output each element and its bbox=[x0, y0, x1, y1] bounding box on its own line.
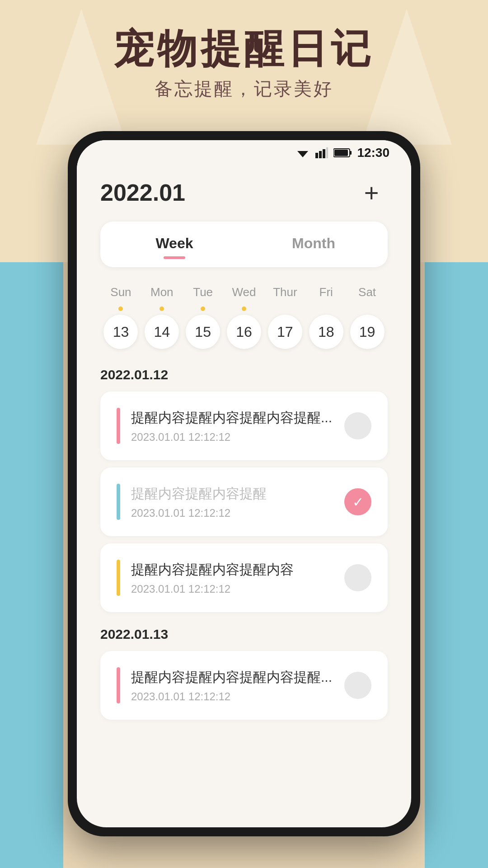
svg-rect-4 bbox=[326, 147, 328, 158]
reminder-bar-4 bbox=[117, 667, 120, 703]
app-title-sub: 备忘提醒，记录美好 bbox=[0, 76, 488, 101]
reminder-title-3: 提醒内容提醒内容提醒内容 bbox=[131, 561, 333, 579]
svg-rect-6 bbox=[350, 151, 352, 155]
day-number-16: 16 bbox=[227, 315, 261, 349]
day-number-13: 13 bbox=[103, 315, 138, 349]
bg-right-panel bbox=[425, 262, 488, 868]
app-content: 2022.01 + Week Month Sun Mon Tue bbox=[77, 165, 411, 720]
svg-marker-0 bbox=[297, 151, 308, 157]
reminder-title-1: 提醒内容提醒内容提醒内容提醒... bbox=[131, 409, 333, 427]
reminder-time-4: 2023.01.01 12:12:12 bbox=[131, 690, 333, 703]
day-number-18: 18 bbox=[309, 315, 343, 349]
status-time: 12:30 bbox=[357, 146, 389, 160]
tab-underline bbox=[164, 256, 185, 259]
wifi-icon bbox=[296, 147, 310, 158]
day-dot-13 bbox=[118, 307, 123, 311]
day-number-19: 19 bbox=[350, 315, 385, 349]
reminder-time-3: 2023.01.01 12:12:12 bbox=[131, 583, 333, 595]
reminder-info-1: 提醒内容提醒内容提醒内容提醒... 2023.01.01 12:12:12 bbox=[131, 409, 333, 443]
section-2022-01-12: 2022.01.12 提醒内容提醒内容提醒内容提醒... 2023.01.01 … bbox=[100, 367, 388, 612]
app-header: 2022.01 + bbox=[100, 165, 388, 222]
day-label-tue: Tue bbox=[183, 285, 224, 299]
section-2022-01-13: 2022.01.13 提醒内容提醒内容提醒内容提醒... 2023.01.01 … bbox=[100, 627, 388, 720]
day-label-wed: Wed bbox=[224, 285, 265, 299]
svg-rect-7 bbox=[334, 150, 348, 156]
app-title-area: 宠物提醒日记 备忘提醒，记录美好 bbox=[0, 27, 488, 101]
check-icon: ✓ bbox=[352, 494, 364, 510]
reminder-card-1[interactable]: 提醒内容提醒内容提醒内容提醒... 2023.01.01 12:12:12 bbox=[100, 392, 388, 460]
tab-month[interactable]: Month bbox=[244, 226, 383, 263]
svg-rect-3 bbox=[323, 149, 325, 158]
reminder-time-1: 2023.01.01 12:12:12 bbox=[131, 431, 333, 443]
phone-screen: 12:30 2022.01 + Week Month bbox=[77, 140, 411, 827]
day-cell-18[interactable]: 18 bbox=[305, 307, 347, 349]
status-bar: 12:30 bbox=[77, 140, 411, 165]
day-cell-14[interactable]: 14 bbox=[141, 307, 183, 349]
reminder-time-2: 2023.01.01 12:12:12 bbox=[131, 507, 333, 519]
reminder-card-4[interactable]: 提醒内容提醒内容提醒内容提醒... 2023.01.01 12:12:12 bbox=[100, 651, 388, 720]
week-days-row: 13 14 15 16 bbox=[100, 307, 388, 349]
tab-bar: Week Month bbox=[100, 222, 388, 267]
svg-rect-1 bbox=[315, 153, 318, 158]
day-dot-14 bbox=[160, 307, 164, 311]
reminder-info-4: 提醒内容提醒内容提醒内容提醒... 2023.01.01 12:12:12 bbox=[131, 668, 333, 703]
day-dot-15 bbox=[201, 307, 205, 311]
day-cell-13[interactable]: 13 bbox=[100, 307, 141, 349]
signal-icon bbox=[315, 147, 328, 158]
day-cell-19[interactable]: 19 bbox=[347, 307, 388, 349]
bg-left-panel bbox=[0, 262, 63, 868]
add-button[interactable]: + bbox=[355, 176, 388, 209]
reminder-title-4: 提醒内容提醒内容提醒内容提醒... bbox=[131, 668, 333, 687]
day-number-15: 15 bbox=[186, 315, 220, 349]
day-label-sun: Sun bbox=[100, 285, 141, 299]
status-icons: 12:30 bbox=[296, 146, 389, 160]
tab-week[interactable]: Week bbox=[105, 226, 244, 263]
reminder-info-2: 提醒内容提醒内容提醒 2023.01.01 12:12:12 bbox=[131, 485, 333, 519]
day-label-mon: Mon bbox=[141, 285, 183, 299]
day-number-14: 14 bbox=[145, 315, 179, 349]
battery-icon bbox=[333, 148, 352, 158]
day-cell-15[interactable]: 15 bbox=[183, 307, 224, 349]
reminder-toggle-3[interactable] bbox=[344, 564, 371, 591]
day-cell-16[interactable]: 16 bbox=[224, 307, 265, 349]
reminder-card-3[interactable]: 提醒内容提醒内容提醒内容 2023.01.01 12:12:12 bbox=[100, 543, 388, 612]
app-title-main: 宠物提醒日记 bbox=[0, 27, 488, 71]
day-number-17: 17 bbox=[268, 315, 302, 349]
reminder-bar-3 bbox=[117, 560, 120, 596]
phone-frame: 12:30 2022.01 + Week Month bbox=[68, 131, 420, 836]
week-header: Sun Mon Tue Wed Thur Fri Sat bbox=[100, 285, 388, 299]
day-label-sat: Sat bbox=[347, 285, 388, 299]
day-dot-16 bbox=[242, 307, 246, 311]
week-calendar: Sun Mon Tue Wed Thur Fri Sat 13 14 bbox=[100, 285, 388, 349]
reminder-title-2: 提醒内容提醒内容提醒 bbox=[131, 485, 333, 503]
svg-rect-2 bbox=[319, 151, 322, 158]
year-month-display: 2022.01 bbox=[100, 179, 185, 206]
section-date-2: 2022.01.13 bbox=[100, 627, 388, 642]
reminder-info-3: 提醒内容提醒内容提醒内容 2023.01.01 12:12:12 bbox=[131, 561, 333, 595]
reminder-bar-1 bbox=[117, 408, 120, 444]
day-label-fri: Fri bbox=[305, 285, 347, 299]
day-label-thu: Thur bbox=[264, 285, 305, 299]
day-cell-17[interactable]: 17 bbox=[264, 307, 305, 349]
reminder-card-2[interactable]: 提醒内容提醒内容提醒 2023.01.01 12:12:12 ✓ bbox=[100, 467, 388, 536]
reminder-toggle-4[interactable] bbox=[344, 672, 371, 699]
reminder-toggle-1[interactable] bbox=[344, 412, 371, 439]
section-date-1: 2022.01.12 bbox=[100, 367, 388, 382]
reminder-bar-2 bbox=[117, 484, 120, 520]
reminder-toggle-2[interactable]: ✓ bbox=[344, 488, 371, 515]
